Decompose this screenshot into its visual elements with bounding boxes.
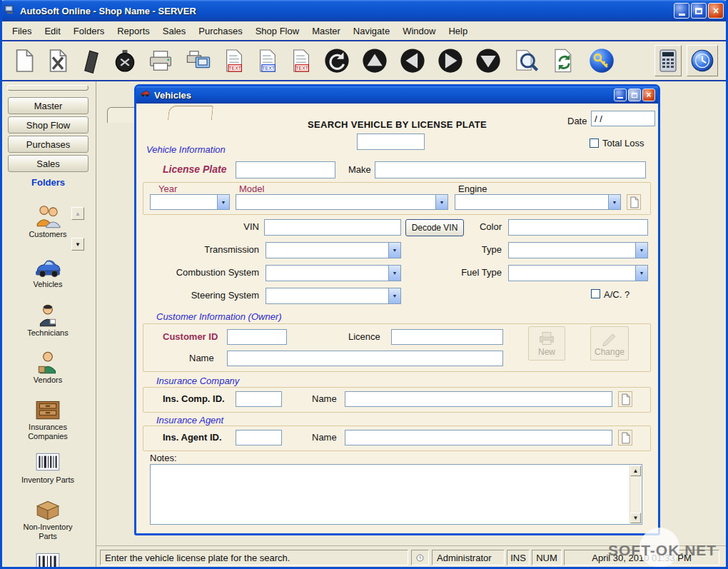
notes-textarea[interactable]: ▲ ▼	[150, 464, 642, 525]
end-session-button[interactable]	[111, 45, 139, 76]
engine-select[interactable]: ▼	[455, 194, 621, 210]
section-vehicle-information: Vehicle Information	[146, 144, 226, 155]
decode-vin-button[interactable]: Decode VIN	[405, 219, 464, 236]
ins-agent-name-input[interactable]	[345, 430, 612, 445]
nav-up-button[interactable]	[358, 45, 391, 76]
vehicles-close-button[interactable]: ×	[642, 89, 655, 101]
access-key-button[interactable]	[585, 45, 618, 76]
menu-item-purchases[interactable]: Purchases	[192, 24, 248, 39]
ins-comp-name-label: Name	[312, 393, 337, 404]
notes-scrollbar[interactable]: ▲ ▼	[630, 465, 641, 523]
menu-item-master[interactable]: Master	[305, 24, 347, 39]
print-button[interactable]	[144, 45, 177, 76]
calculator-button[interactable]	[654, 45, 682, 76]
vehicles-window-icon[interactable]	[139, 89, 151, 101]
customer-name-input[interactable]	[227, 351, 503, 366]
vehicles-maximize-button[interactable]	[628, 89, 641, 101]
date-input[interactable]	[591, 111, 655, 126]
combustion-system-select[interactable]: ▼	[266, 265, 401, 281]
vin-input[interactable]	[264, 219, 401, 236]
menu-item-folders[interactable]: Folders	[67, 24, 111, 39]
undo-button[interactable]	[320, 45, 353, 76]
folder-inventory-parts[interactable]: Inventory Parts	[6, 450, 90, 485]
chevron-down-icon[interactable]: ▼	[608, 195, 620, 209]
folder-non-inventory-parts[interactable]: Non-Inventory Parts	[6, 497, 90, 541]
refresh-button[interactable]	[547, 45, 580, 76]
search-button[interactable]	[510, 45, 542, 76]
total-loss-checkbox[interactable]	[590, 139, 599, 148]
ins-comp-id-input[interactable]	[236, 391, 282, 407]
chevron-down-icon[interactable]: ▼	[635, 266, 647, 281]
ins-comp-lookup-button[interactable]	[618, 391, 632, 407]
export-text-icon: TEXT	[257, 48, 278, 74]
chevron-down-icon[interactable]: ▼	[217, 195, 229, 209]
ac-checkbox[interactable]	[591, 289, 600, 298]
chevron-down-icon[interactable]: ▼	[388, 266, 400, 281]
scroll-up-button[interactable]: ▲	[630, 465, 641, 476]
licence-input[interactable]	[391, 329, 503, 345]
new-customer-button[interactable]: New	[528, 326, 565, 361]
export-text-button-2[interactable]: TEXT	[253, 45, 282, 76]
sidebar-item-shop-flow[interactable]: Shop Flow	[8, 116, 89, 134]
fuel-type-select[interactable]: ▼	[508, 265, 648, 281]
type-select[interactable]: ▼	[508, 242, 648, 258]
scroll-down-button[interactable]: ▼	[630, 513, 641, 523]
nav-previous-button[interactable]	[396, 45, 429, 76]
menu-item-navigate[interactable]: Navigate	[347, 24, 396, 39]
flag-document-button[interactable]	[77, 45, 106, 76]
folder-partial[interactable]	[6, 550, 90, 569]
menu-item-files[interactable]: Files	[6, 24, 38, 39]
chevron-down-icon[interactable]: ▼	[635, 243, 647, 258]
folder-technicians[interactable]: Technicians	[6, 303, 90, 338]
chevron-up-icon: ▲	[633, 468, 639, 474]
menu-item-edit[interactable]: Edit	[38, 24, 66, 39]
new-document-button[interactable]	[10, 45, 39, 76]
maximize-button[interactable]	[691, 3, 707, 19]
folder-vendors[interactable]: Vendors	[6, 350, 90, 385]
steering-system-select[interactable]: ▼	[266, 288, 401, 304]
folder-customers[interactable]: Customers	[6, 204, 90, 239]
sidebar-item-folders[interactable]: Folders	[0, 177, 96, 188]
ins-agent-lookup-button[interactable]	[618, 430, 632, 445]
license-plate-search-input[interactable]	[357, 134, 425, 150]
change-customer-button[interactable]: Change	[590, 326, 629, 361]
model-label: Model	[239, 183, 264, 194]
folder-insurances-companies[interactable]: Insurances Companies	[6, 397, 90, 441]
nav-down-button[interactable]	[472, 45, 505, 76]
make-input[interactable]	[375, 161, 646, 178]
engine-lookup-button[interactable]	[627, 194, 641, 210]
customer-id-input[interactable]	[227, 329, 287, 345]
license-plate-input[interactable]	[236, 161, 335, 178]
menu-item-help[interactable]: Help	[442, 24, 474, 39]
sidebar-item-sales[interactable]: Sales	[8, 155, 89, 172]
minimize-button[interactable]	[674, 3, 689, 19]
sidebar-item-master[interactable]: Master	[8, 97, 89, 114]
nav-next-button[interactable]	[434, 45, 467, 76]
chevron-down-icon[interactable]: ▼	[435, 195, 448, 209]
color-input[interactable]	[508, 219, 648, 236]
year-select[interactable]: ▼	[150, 194, 230, 210]
export-text-button-3[interactable]: TEXT	[287, 45, 315, 76]
menu-item-shop-flow[interactable]: Shop Flow	[249, 24, 305, 39]
sidebar-item-purchases[interactable]: Purchases	[8, 136, 89, 153]
chevron-down-icon[interactable]: ▼	[388, 288, 400, 303]
scroll-down-button[interactable]: ▼	[71, 238, 84, 251]
transmission-select[interactable]: ▼	[266, 242, 401, 258]
chevron-down-icon[interactable]: ▼	[388, 243, 400, 258]
menu-item-reports[interactable]: Reports	[111, 24, 156, 39]
sidebar-grip[interactable]	[7, 85, 89, 91]
app-icon[interactable]	[4, 4, 16, 18]
combustion-system-label: Combustion System	[145, 267, 259, 278]
export-text-button-1[interactable]: TEXT	[220, 45, 248, 76]
world-clock-button[interactable]	[687, 45, 718, 76]
menu-item-window[interactable]: Window	[396, 24, 442, 39]
vehicles-minimize-button[interactable]	[614, 89, 627, 101]
folder-vehicles[interactable]: Vehicles	[6, 256, 90, 289]
ins-comp-name-input[interactable]	[345, 391, 612, 407]
print-preview-button[interactable]	[182, 45, 215, 76]
menu-item-sales[interactable]: Sales	[156, 24, 193, 39]
delete-document-button[interactable]	[44, 45, 72, 76]
model-select[interactable]: ▼	[236, 194, 448, 210]
ins-agent-id-input[interactable]	[236, 430, 282, 445]
close-button[interactable]: ×	[708, 3, 724, 19]
